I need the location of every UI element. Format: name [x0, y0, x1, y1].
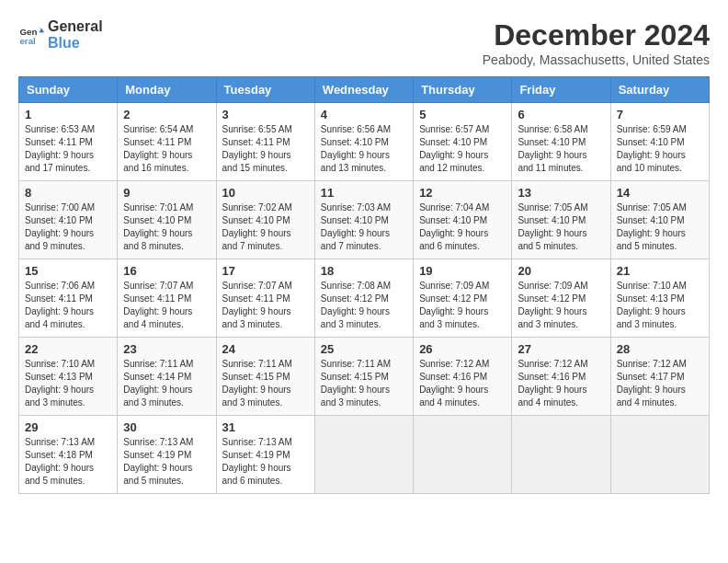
day-info: Sunrise: 7:12 AMSunset: 4:16 PMDaylight:… [518, 358, 604, 409]
calendar-cell: 11 Sunrise: 7:03 AMSunset: 4:10 PMDaylig… [314, 181, 413, 259]
calendar-cell: 16 Sunrise: 7:07 AMSunset: 4:11 PMDaylig… [118, 259, 216, 338]
day-info: Sunrise: 6:53 AMSunset: 4:11 PMDaylight:… [25, 123, 111, 175]
day-number: 22 [25, 342, 111, 356]
header-day-friday: Friday [512, 77, 610, 103]
header-day-monday: Monday [118, 77, 216, 103]
day-number: 17 [222, 264, 309, 278]
calendar-cell: 14 Sunrise: 7:05 AMSunset: 4:10 PMDaylig… [610, 181, 709, 259]
calendar-cell: 31 Sunrise: 7:13 AMSunset: 4:19 PMDaylig… [216, 416, 314, 494]
day-number: 4 [321, 108, 407, 121]
day-number: 10 [222, 186, 309, 200]
svg-marker-3 [39, 29, 44, 32]
day-info: Sunrise: 7:13 AMSunset: 4:19 PMDaylight:… [222, 436, 309, 488]
svg-text:eral: eral [19, 35, 36, 45]
calendar-cell: 21 Sunrise: 7:10 AMSunset: 4:13 PMDaylig… [610, 259, 709, 338]
header-day-tuesday: Tuesday [216, 77, 314, 103]
day-number: 14 [617, 186, 703, 200]
day-info: Sunrise: 7:13 AMSunset: 4:18 PMDaylight:… [25, 436, 111, 488]
day-info: Sunrise: 7:05 AMSunset: 4:10 PMDaylight:… [617, 201, 703, 253]
calendar-cell [314, 416, 413, 494]
day-number: 5 [419, 108, 506, 121]
day-number: 25 [321, 342, 407, 356]
day-number: 1 [25, 108, 111, 121]
calendar-cell: 22 Sunrise: 7:10 AMSunset: 4:13 PMDaylig… [19, 338, 118, 416]
day-info: Sunrise: 7:09 AMSunset: 4:12 PMDaylight:… [518, 280, 604, 331]
calendar-cell [512, 416, 610, 494]
calendar-cell: 4 Sunrise: 6:56 AMSunset: 4:10 PMDayligh… [314, 103, 413, 181]
day-number: 18 [321, 264, 407, 278]
calendar-header-row: SundayMondayTuesdayWednesdayThursdayFrid… [19, 77, 710, 103]
day-number: 6 [518, 108, 604, 121]
calendar-week-1: 1 Sunrise: 6:53 AMSunset: 4:11 PMDayligh… [19, 103, 710, 181]
day-number: 2 [123, 108, 210, 121]
header-day-thursday: Thursday [414, 77, 512, 103]
day-number: 21 [617, 264, 703, 278]
header-day-saturday: Saturday [610, 77, 709, 103]
day-number: 13 [518, 186, 604, 200]
calendar-cell: 12 Sunrise: 7:04 AMSunset: 4:10 PMDaylig… [414, 181, 512, 259]
day-info: Sunrise: 6:58 AMSunset: 4:10 PMDaylight:… [518, 123, 604, 175]
day-info: Sunrise: 7:03 AMSunset: 4:10 PMDaylight:… [321, 201, 407, 253]
calendar-cell: 27 Sunrise: 7:12 AMSunset: 4:16 PMDaylig… [512, 338, 610, 416]
day-number: 20 [518, 264, 604, 278]
day-number: 31 [222, 420, 309, 434]
calendar-cell: 7 Sunrise: 6:59 AMSunset: 4:10 PMDayligh… [610, 103, 709, 181]
calendar-cell: 8 Sunrise: 7:00 AMSunset: 4:10 PMDayligh… [19, 181, 118, 259]
day-number: 8 [25, 186, 111, 200]
day-number: 11 [321, 186, 407, 200]
calendar-table: SundayMondayTuesdayWednesdayThursdayFrid… [18, 76, 710, 494]
calendar-cell: 9 Sunrise: 7:01 AMSunset: 4:10 PMDayligh… [118, 181, 216, 259]
calendar-cell: 1 Sunrise: 6:53 AMSunset: 4:11 PMDayligh… [19, 103, 118, 181]
day-info: Sunrise: 6:56 AMSunset: 4:10 PMDaylight:… [321, 123, 407, 175]
day-number: 29 [25, 420, 111, 434]
day-info: Sunrise: 7:12 AMSunset: 4:17 PMDaylight:… [617, 358, 703, 409]
calendar-cell: 25 Sunrise: 7:11 AMSunset: 4:15 PMDaylig… [314, 338, 413, 416]
day-info: Sunrise: 7:04 AMSunset: 4:10 PMDaylight:… [419, 201, 506, 253]
calendar-week-3: 15 Sunrise: 7:06 AMSunset: 4:11 PMDaylig… [19, 259, 710, 338]
calendar-cell: 3 Sunrise: 6:55 AMSunset: 4:11 PMDayligh… [216, 103, 314, 181]
logo-text-line1: General [48, 18, 103, 35]
day-info: Sunrise: 7:11 AMSunset: 4:15 PMDaylight:… [222, 358, 309, 409]
logo-icon: Gen eral [18, 22, 44, 48]
day-info: Sunrise: 7:11 AMSunset: 4:15 PMDaylight:… [321, 358, 407, 409]
calendar-cell: 26 Sunrise: 7:12 AMSunset: 4:16 PMDaylig… [414, 338, 512, 416]
calendar-cell: 24 Sunrise: 7:11 AMSunset: 4:15 PMDaylig… [216, 338, 314, 416]
day-number: 23 [123, 342, 210, 356]
header: Gen eral General Blue December 2024 Peab… [18, 18, 710, 67]
day-info: Sunrise: 7:05 AMSunset: 4:10 PMDaylight:… [518, 201, 604, 253]
day-number: 30 [123, 420, 210, 434]
day-info: Sunrise: 7:06 AMSunset: 4:11 PMDaylight:… [25, 280, 111, 331]
calendar-cell: 6 Sunrise: 6:58 AMSunset: 4:10 PMDayligh… [512, 103, 610, 181]
day-info: Sunrise: 7:00 AMSunset: 4:10 PMDaylight:… [25, 201, 111, 253]
calendar-week-2: 8 Sunrise: 7:00 AMSunset: 4:10 PMDayligh… [19, 181, 710, 259]
day-number: 24 [222, 342, 309, 356]
day-info: Sunrise: 6:57 AMSunset: 4:10 PMDaylight:… [419, 123, 506, 175]
day-info: Sunrise: 7:10 AMSunset: 4:13 PMDaylight:… [25, 358, 111, 409]
day-info: Sunrise: 7:02 AMSunset: 4:10 PMDaylight:… [222, 201, 309, 253]
logo: Gen eral General Blue [18, 18, 103, 51]
day-info: Sunrise: 7:09 AMSunset: 4:12 PMDaylight:… [419, 280, 506, 331]
day-number: 19 [419, 264, 506, 278]
calendar-cell: 20 Sunrise: 7:09 AMSunset: 4:12 PMDaylig… [512, 259, 610, 338]
calendar-cell: 29 Sunrise: 7:13 AMSunset: 4:18 PMDaylig… [19, 416, 118, 494]
calendar-cell: 17 Sunrise: 7:07 AMSunset: 4:11 PMDaylig… [216, 259, 314, 338]
day-number: 16 [123, 264, 210, 278]
day-info: Sunrise: 7:10 AMSunset: 4:13 PMDaylight:… [617, 280, 703, 331]
header-day-sunday: Sunday [19, 77, 118, 103]
calendar-cell: 5 Sunrise: 6:57 AMSunset: 4:10 PMDayligh… [414, 103, 512, 181]
title-area: December 2024 Peabody, Massachusetts, Un… [483, 18, 710, 67]
day-info: Sunrise: 7:01 AMSunset: 4:10 PMDaylight:… [123, 201, 210, 253]
day-info: Sunrise: 7:07 AMSunset: 4:11 PMDaylight:… [222, 280, 309, 331]
day-info: Sunrise: 7:07 AMSunset: 4:11 PMDaylight:… [123, 280, 210, 331]
calendar-cell: 10 Sunrise: 7:02 AMSunset: 4:10 PMDaylig… [216, 181, 314, 259]
day-info: Sunrise: 6:59 AMSunset: 4:10 PMDaylight:… [617, 123, 703, 175]
calendar-cell: 18 Sunrise: 7:08 AMSunset: 4:12 PMDaylig… [314, 259, 413, 338]
day-number: 15 [25, 264, 111, 278]
logo-text-line2: Blue [48, 35, 103, 52]
calendar-cell: 15 Sunrise: 7:06 AMSunset: 4:11 PMDaylig… [19, 259, 118, 338]
calendar-cell [414, 416, 512, 494]
month-title: December 2024 [483, 18, 710, 52]
day-number: 27 [518, 342, 604, 356]
day-number: 28 [617, 342, 703, 356]
day-number: 26 [419, 342, 506, 356]
